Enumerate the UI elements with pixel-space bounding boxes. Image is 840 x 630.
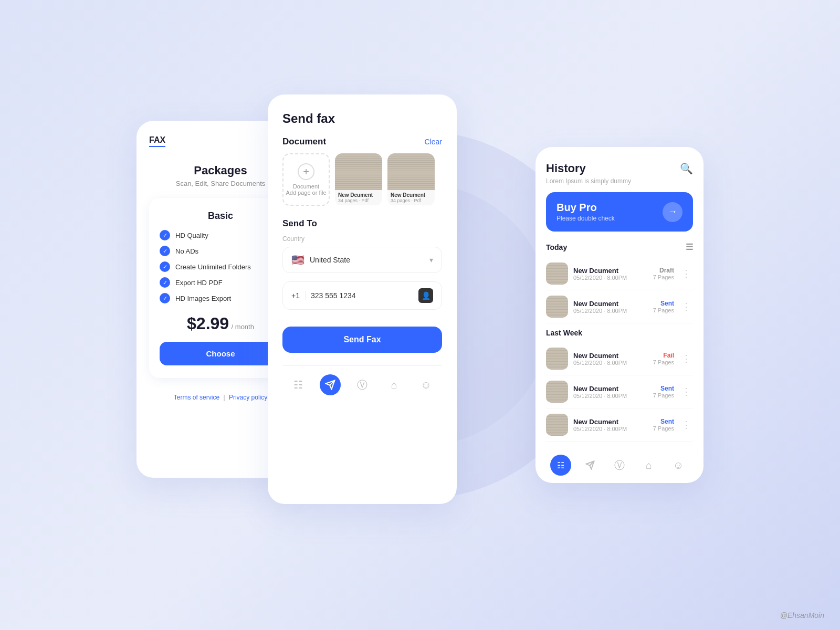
item-status-col-today-1: Draft 7 Pages [653, 267, 674, 280]
item-date-week-3: 05/12/2020 · 8:00PM [573, 426, 648, 432]
item-date-week-1: 05/12/2020 · 8:00PM [573, 360, 648, 366]
item-status-col-week-1: Fail 7 Pages [653, 352, 674, 365]
fax-number-input[interactable]: 323 555 1234 [311, 291, 413, 300]
history-subtitle: Lorem Ipsum is simply dummy [546, 177, 693, 185]
history-bottom-nav: ☷ Ⓥ ⌂ ☺ [546, 446, 693, 484]
feature-label-3: Create Unlimited Folders [175, 263, 251, 271]
buy-pro-title: Buy Pro [556, 202, 615, 214]
send-fax-title: Send fax [282, 111, 442, 126]
us-flag-icon: 🇺🇸 [291, 254, 304, 266]
status-badge-draft-1: Draft [653, 267, 674, 274]
history-card: History 🔍 Lorem Ipsum is simply dummy Bu… [536, 147, 704, 483]
doc-meta-1: 34 pages · Pdf [338, 198, 379, 203]
nav-camera-icon-h[interactable]: Ⓥ [609, 455, 630, 476]
more-icon-week-3[interactable]: ⋮ [679, 419, 693, 430]
status-badge-fail-1: Fail [653, 352, 674, 359]
document-section-header: Document Clear [282, 136, 442, 147]
status-badge-sent-3: Sent [653, 418, 674, 425]
check-icon-4: ✓ [160, 277, 170, 288]
contact-book-icon[interactable]: 👤 [418, 288, 433, 303]
fax-logo: FAX [149, 135, 165, 147]
buy-pro-subtitle: Please double check [556, 215, 615, 222]
nav-home-icon-h[interactable]: ⌂ [638, 455, 659, 476]
document-label: Document [282, 136, 326, 147]
chevron-down-icon: ▾ [429, 256, 433, 264]
item-status-col-week-2: Sent 7 Pages [653, 385, 674, 398]
feature-hd-quality: ✓ HD Quality [160, 230, 281, 240]
nav-doc-icon[interactable]: ☷ [288, 374, 309, 395]
item-info-week-1: New Dcument 05/12/2020 · 8:00PM [573, 352, 648, 366]
item-status-col-today-2: Sent 7 Pages [653, 300, 674, 313]
send-fax-bottom-nav: ☷ Ⓥ ⌂ ☺ [282, 365, 442, 404]
nav-list-icon-active[interactable]: ☷ [550, 455, 571, 476]
country-label: Country [282, 235, 442, 243]
feature-label-5: HD Images Export [175, 295, 231, 302]
nav-profile-icon[interactable]: ☺ [416, 374, 437, 395]
item-name-week-3: New Dcument [573, 418, 648, 426]
send-to-title: Send To [282, 218, 442, 229]
feature-folders: ✓ Create Unlimited Folders [160, 261, 281, 272]
item-info-today-1: New Dcument 05/12/2020 · 8:00PM [573, 267, 648, 281]
doc-thumb-week-1 [546, 348, 568, 370]
screens-container: FAX Skip Packages Scan, Edit, Share Docu… [105, 79, 735, 551]
price-amount: $2.99 [187, 314, 229, 333]
clear-button[interactable]: Clear [425, 138, 442, 146]
last-week-period-label: Last Week [546, 329, 693, 337]
privacy-link[interactable]: Privacy policy [229, 394, 267, 401]
nav-send-icon-h[interactable] [580, 455, 601, 476]
item-pages-week-1: 7 Pages [653, 359, 674, 365]
check-icon-2: ✓ [160, 246, 170, 256]
item-info-today-2: New Dcument 05/12/2020 · 8:00PM [573, 300, 648, 314]
history-item-week-3: New Dcument 05/12/2020 · 8:00PM Sent 7 P… [546, 408, 693, 442]
document-thumb-1: New Dcument 34 pages · Pdf [335, 153, 382, 206]
send-fax-button[interactable]: Send Fax [282, 327, 442, 353]
history-item-today-1: New Dcument 05/12/2020 · 8:00PM Draft 7 … [546, 257, 693, 290]
history-title: History [546, 162, 586, 175]
history-item-week-1: New Dcument 05/12/2020 · 8:00PM Fail 7 P… [546, 342, 693, 375]
item-pages-today-1: 7 Pages [653, 274, 674, 280]
feature-label-1: HD Quality [175, 232, 208, 239]
item-pages-today-2: 7 Pages [653, 307, 674, 313]
buy-pro-text: Buy Pro Please double check [556, 202, 615, 222]
more-icon-today-2[interactable]: ⋮ [679, 301, 693, 312]
choose-button[interactable]: Choose [160, 342, 281, 365]
doc-meta-2: 34 pages · Pdf [391, 198, 432, 203]
footer-sep: | [223, 394, 225, 401]
doc-thumb-today-2 [546, 296, 568, 318]
nav-profile-icon-h[interactable]: ☺ [668, 455, 689, 476]
doc-name-2: New Dcument [391, 192, 432, 198]
buy-pro-banner[interactable]: Buy Pro Please double check → [546, 192, 693, 232]
check-icon-5: ✓ [160, 293, 170, 303]
item-name-week-1: New Dcument [573, 352, 648, 360]
country-select[interactable]: 🇺🇸 United State ▾ [282, 247, 442, 273]
doc-thumb-today-1 [546, 262, 568, 285]
item-name-today-2: New Dcument [573, 300, 648, 308]
item-info-week-3: New Dcument 05/12/2020 · 8:00PM [573, 418, 648, 432]
doc-name-1: New Dcument [338, 192, 379, 198]
more-icon-today-1[interactable]: ⋮ [679, 268, 693, 279]
nav-home-icon[interactable]: ⌂ [384, 374, 405, 395]
feature-images: ✓ HD Images Export [160, 293, 281, 303]
history-header: History 🔍 [546, 162, 693, 175]
today-period-label: Today ☰ [546, 242, 693, 252]
plus-icon: + [298, 163, 314, 180]
search-icon[interactable]: 🔍 [680, 162, 693, 175]
add-doc-label: Document Add page or file [286, 183, 326, 196]
more-icon-week-2[interactable]: ⋮ [679, 386, 693, 397]
more-icon-week-1[interactable]: ⋮ [679, 353, 693, 364]
nav-camera-icon[interactable]: Ⓥ [352, 374, 373, 395]
terms-link[interactable]: Terms of service [174, 394, 219, 401]
check-icon-3: ✓ [160, 261, 170, 272]
status-badge-sent-2: Sent [653, 385, 674, 392]
price-row: $2.99 / month [160, 314, 281, 333]
send-fax-card: Send fax Document Clear + Document Add p… [268, 94, 457, 504]
filter-icon[interactable]: ☰ [686, 242, 693, 252]
item-date-today-2: 05/12/2020 · 8:00PM [573, 308, 648, 314]
item-name-today-1: New Dcument [573, 267, 648, 275]
add-document-button[interactable]: + Document Add page or file [282, 153, 330, 206]
item-date-week-2: 05/12/2020 · 8:00PM [573, 393, 648, 399]
feature-label-2: No ADs [175, 247, 198, 255]
nav-send-icon[interactable] [320, 374, 341, 395]
basic-title: Basic [160, 211, 281, 222]
watermark: @EhsanMoin [780, 611, 824, 620]
